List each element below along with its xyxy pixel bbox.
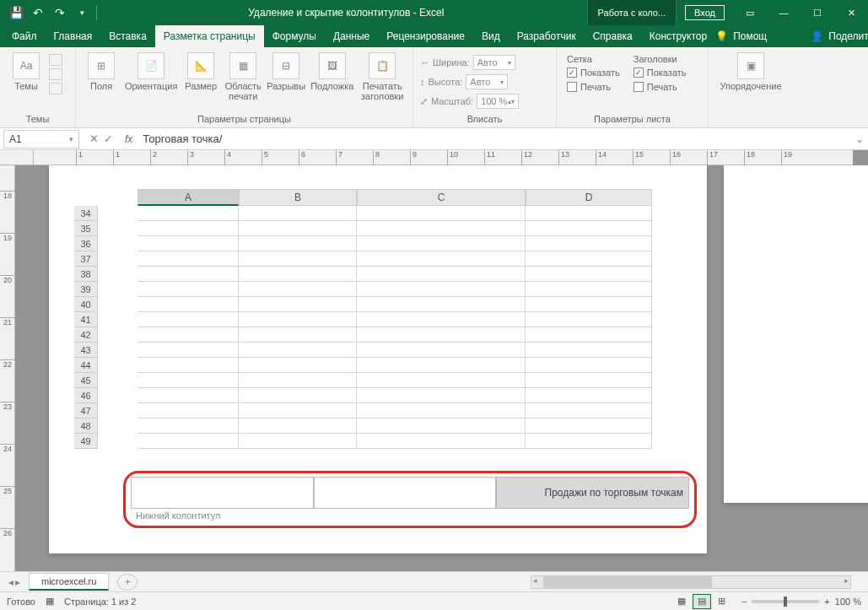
- cell[interactable]: [239, 297, 357, 312]
- contextual-tab-label[interactable]: Работа с коло...: [587, 0, 677, 25]
- arrange-button[interactable]: ▣Упорядочение: [714, 51, 788, 93]
- tab-home[interactable]: Главная: [46, 25, 101, 47]
- maximize-button[interactable]: ☐: [801, 0, 834, 25]
- col-header-b[interactable]: B: [239, 189, 357, 206]
- cell[interactable]: [357, 358, 526, 373]
- share-button[interactable]: Поделиться: [828, 30, 868, 42]
- horizontal-scrollbar[interactable]: ◂ ▸: [531, 575, 851, 589]
- cell[interactable]: [526, 434, 652, 449]
- cell[interactable]: [357, 373, 526, 388]
- cell[interactable]: [239, 388, 357, 403]
- row-header[interactable]: 34: [74, 206, 98, 221]
- cell[interactable]: [239, 221, 357, 236]
- cell[interactable]: [239, 358, 357, 373]
- tab-nav-next-icon[interactable]: ▸: [15, 576, 20, 588]
- cell[interactable]: [137, 206, 239, 221]
- print-area-button[interactable]: ▦Область печати: [223, 51, 263, 103]
- footer-center-section[interactable]: [314, 477, 497, 509]
- grid-print-checkbox[interactable]: Печать: [567, 81, 620, 93]
- row-header[interactable]: 39: [74, 282, 98, 297]
- page-layout-view-button[interactable]: ▤: [693, 594, 711, 609]
- cell[interactable]: [526, 221, 652, 236]
- headings-print-checkbox[interactable]: Печать: [633, 81, 687, 93]
- zoom-slider[interactable]: [752, 600, 819, 603]
- cell[interactable]: [357, 388, 526, 403]
- cell[interactable]: [526, 206, 652, 221]
- headings-view-checkbox[interactable]: ✓Показать: [633, 67, 687, 78]
- tab-design[interactable]: Конструктор: [641, 25, 715, 47]
- row-header[interactable]: 36: [74, 236, 98, 251]
- print-titles-button[interactable]: 📋Печатать заголовки: [357, 51, 407, 103]
- orientation-button[interactable]: 📄Ориентация: [123, 51, 179, 93]
- cell[interactable]: [357, 434, 526, 449]
- row-header[interactable]: 43: [74, 343, 98, 358]
- size-button[interactable]: 📐Размер: [181, 51, 221, 93]
- cell[interactable]: [239, 312, 357, 327]
- themes-button[interactable]: Aa Темы: [5, 51, 47, 93]
- grid-view-checkbox[interactable]: ✓Показать: [567, 67, 620, 78]
- cell[interactable]: [137, 434, 239, 449]
- scale-input[interactable]: 100 %▴▾: [477, 94, 519, 109]
- cell[interactable]: [137, 282, 239, 297]
- tab-help[interactable]: Справка: [585, 25, 641, 47]
- height-select[interactable]: Авто▾: [466, 74, 508, 89]
- macro-record-icon[interactable]: ▦: [46, 596, 54, 607]
- row-header[interactable]: 48: [74, 418, 98, 434]
- fx-icon[interactable]: fx: [120, 133, 137, 145]
- cell[interactable]: [239, 327, 357, 343]
- vertical-ruler[interactable]: 181920212223242526: [0, 165, 15, 571]
- cell[interactable]: [357, 312, 526, 327]
- ribbon-display-icon[interactable]: ▭: [733, 0, 767, 25]
- col-header-d[interactable]: D: [526, 189, 652, 206]
- tab-developer[interactable]: Разработчик: [509, 25, 585, 47]
- close-button[interactable]: ✕: [834, 0, 868, 25]
- sheet-tab[interactable]: microexcel.ru: [29, 573, 109, 591]
- tab-insert[interactable]: Вставка: [100, 25, 155, 47]
- cell[interactable]: [526, 251, 652, 267]
- cell[interactable]: [526, 327, 652, 343]
- cell[interactable]: [526, 343, 652, 358]
- cell[interactable]: [526, 297, 652, 312]
- colors-icon[interactable]: [49, 54, 62, 66]
- cell[interactable]: [239, 418, 357, 434]
- cell[interactable]: [357, 297, 526, 312]
- cell[interactable]: [239, 267, 357, 282]
- save-icon[interactable]: 💾: [7, 3, 25, 22]
- breaks-button[interactable]: ⊟Разрывы: [265, 51, 307, 93]
- row-header[interactable]: 47: [74, 403, 98, 418]
- cell[interactable]: [137, 343, 239, 358]
- page-break-view-button[interactable]: ⊞: [713, 594, 731, 609]
- expand-formula-bar-icon[interactable]: ⌄: [851, 133, 868, 145]
- cell[interactable]: [526, 236, 652, 251]
- cell[interactable]: [137, 236, 239, 251]
- row-header[interactable]: 35: [74, 221, 98, 236]
- cell[interactable]: [239, 434, 357, 449]
- qat-dropdown-icon[interactable]: ▾: [73, 3, 91, 22]
- row-header[interactable]: 38: [74, 267, 98, 282]
- background-button[interactable]: 🖼Подложка: [309, 51, 355, 93]
- horizontal-ruler[interactable]: 112345678910111213141516171819: [34, 150, 853, 165]
- row-header[interactable]: 42: [74, 327, 98, 343]
- undo-icon[interactable]: ↶: [29, 3, 47, 22]
- cell[interactable]: [239, 403, 357, 418]
- enter-icon[interactable]: ✓: [104, 132, 113, 145]
- cell[interactable]: [357, 418, 526, 434]
- row-header[interactable]: 37: [74, 251, 98, 267]
- name-box[interactable]: A1▾: [3, 130, 79, 148]
- row-header[interactable]: 49: [74, 434, 98, 449]
- add-sheet-button[interactable]: +: [117, 574, 137, 591]
- col-header-a[interactable]: A: [137, 189, 239, 206]
- row-header[interactable]: 44: [74, 358, 98, 373]
- row-header[interactable]: 46: [74, 388, 98, 403]
- cell[interactable]: [526, 358, 652, 373]
- margins-button[interactable]: ⊞Поля: [81, 51, 121, 93]
- effects-icon[interactable]: [49, 83, 62, 94]
- cell[interactable]: [239, 251, 357, 267]
- cell[interactable]: [357, 403, 526, 418]
- row-header[interactable]: 45: [74, 373, 98, 388]
- minimize-button[interactable]: —: [767, 0, 801, 25]
- cell[interactable]: [526, 403, 652, 418]
- cell-grid[interactable]: [137, 206, 652, 449]
- footer-right-section[interactable]: Продажи по торговым точкам: [496, 477, 689, 509]
- tab-file[interactable]: Файл: [3, 25, 46, 47]
